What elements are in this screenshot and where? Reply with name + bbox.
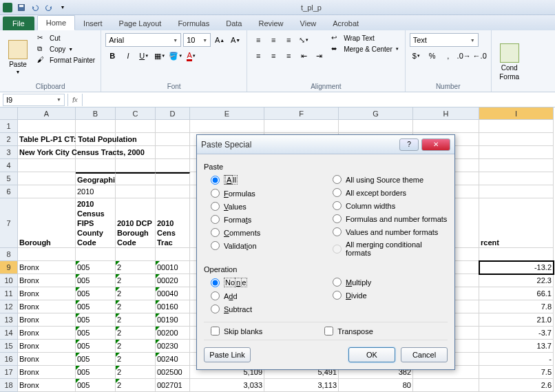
copy-button[interactable]: ⧉Copy▼ [36,44,96,54]
increase-font-button[interactable]: A▲ [213,33,227,47]
tab-review[interactable]: Review [250,17,291,30]
cell[interactable] [190,120,264,133]
orientation-button[interactable]: ⤡▼ [297,33,311,47]
cell[interactable]: Bronx [18,274,76,287]
column-header-H[interactable]: H [413,107,479,120]
row-header[interactable]: 11 [0,287,18,300]
paste-button[interactable]: Paste ▼ [4,33,32,81]
cell[interactable] [116,185,156,198]
paste-values-radio[interactable]: Values [211,202,326,211]
cell[interactable]: 002701 [156,379,190,392]
cell[interactable]: 2 [116,274,156,287]
row-header[interactable]: 15 [0,340,18,353]
cell[interactable]: 005 [76,313,116,327]
cell[interactable]: 005 [76,340,116,353]
cell[interactable] [18,248,76,261]
column-header-G[interactable]: G [339,107,413,120]
row-header[interactable]: 4 [0,159,18,172]
dialog-titlebar[interactable]: Paste Special ? ✕ [197,135,454,154]
tab-view[interactable]: View [292,17,325,30]
cell[interactable]: Bronx [18,287,76,300]
qat-customize-button[interactable]: ▼ [56,2,69,13]
redo-button[interactable] [43,2,55,13]
cell[interactable]: 00040 [156,287,190,300]
comma-format-button[interactable]: , [441,49,455,63]
row-header[interactable]: 14 [0,327,18,340]
align-middle-button[interactable]: ≡ [266,33,280,47]
cell[interactable]: 2 [116,300,156,313]
row-header[interactable]: 16 [0,353,18,366]
cell[interactable]: 2 [116,313,156,327]
cell[interactable] [413,379,479,392]
increase-decimal-button[interactable]: .0→ [457,49,471,63]
cell[interactable] [479,146,554,159]
cell[interactable]: 00200 [156,327,190,340]
cell[interactable] [76,120,116,133]
cell[interactable]: 002500 [156,366,190,379]
cell[interactable]: Table PL-P1 CT: Total Population [18,133,76,146]
cell[interactable]: 005 [76,327,116,340]
op-div-radio[interactable]: Divide [333,291,448,300]
cell[interactable]: 2 [116,353,156,366]
cell[interactable] [18,159,76,172]
cell[interactable]: Bronx [18,300,76,313]
cell[interactable]: 7.8 [479,300,554,313]
cut-button[interactable]: ✂Cut [36,33,96,43]
cell[interactable]: 2010 DCP Borough Code [116,198,156,248]
paste-formats-radio[interactable]: Formats [211,215,326,224]
paste-validation-radio[interactable]: Validation [211,241,326,250]
cell[interactable]: 2 [116,379,156,392]
cell[interactable]: 005 [76,300,116,313]
align-right-button[interactable]: ≡ [282,49,295,63]
cell[interactable]: 2 [116,327,156,340]
format-painter-button[interactable]: 🖌Format Painter [36,55,96,65]
cell[interactable]: 3,113 [264,379,339,392]
tab-acrobat[interactable]: Acrobat [324,17,367,30]
cell[interactable]: 13.7 [479,340,554,353]
cell[interactable] [156,248,190,261]
undo-button[interactable] [29,2,41,13]
cell[interactable]: - [479,353,554,366]
paste-formulas-radio[interactable]: Formulas [211,189,326,198]
row-header[interactable]: 13 [0,313,18,327]
cell[interactable] [413,120,479,133]
save-button[interactable] [15,2,28,13]
cell[interactable] [156,172,190,185]
cell[interactable]: Borough [18,198,76,248]
align-top-button[interactable]: ≡ [251,33,265,47]
align-left-button[interactable]: ≡ [251,49,265,63]
cell[interactable]: 2.6 [479,379,554,392]
cell[interactable]: Bronx [18,379,76,392]
column-header-B[interactable]: B [76,107,116,120]
cell[interactable] [156,146,190,159]
cell[interactable]: 005 [76,366,116,379]
row-header[interactable]: 7 [0,198,18,248]
cell[interactable] [18,185,76,198]
increase-indent-button[interactable]: ⇥ [312,49,326,63]
cell[interactable] [156,185,190,198]
cell[interactable] [18,120,76,133]
cell[interactable]: Bronx [18,366,76,379]
column-header-A[interactable]: A [18,107,76,120]
cell[interactable]: New York City Census Tracts, 2000 [18,146,76,159]
cell[interactable]: 80 [339,379,413,392]
paste-comments-radio[interactable]: Comments [211,228,326,237]
column-header-E[interactable]: E [190,107,264,120]
cell[interactable]: 005 [76,353,116,366]
cell[interactable]: 21.0 [479,313,554,327]
tab-file[interactable]: File [3,17,34,30]
bold-button[interactable]: B [105,49,119,63]
cell[interactable]: 2 [116,366,156,379]
cell[interactable]: 2 [116,287,156,300]
cell[interactable]: Bronx [18,313,76,327]
cell[interactable] [156,120,190,133]
cell[interactable]: 2010 [76,185,116,198]
paste-link-button[interactable]: Paste Link [204,347,251,362]
name-box[interactable]: I9▼ [3,94,65,106]
cell[interactable]: Bronx [18,261,76,274]
cell[interactable]: 00160 [156,300,190,313]
row-header[interactable]: 5 [0,172,18,185]
op-add-radio[interactable]: Add [211,291,326,300]
cell[interactable]: 00240 [156,353,190,366]
paste-borders-radio[interactable]: All except borders [333,188,448,197]
